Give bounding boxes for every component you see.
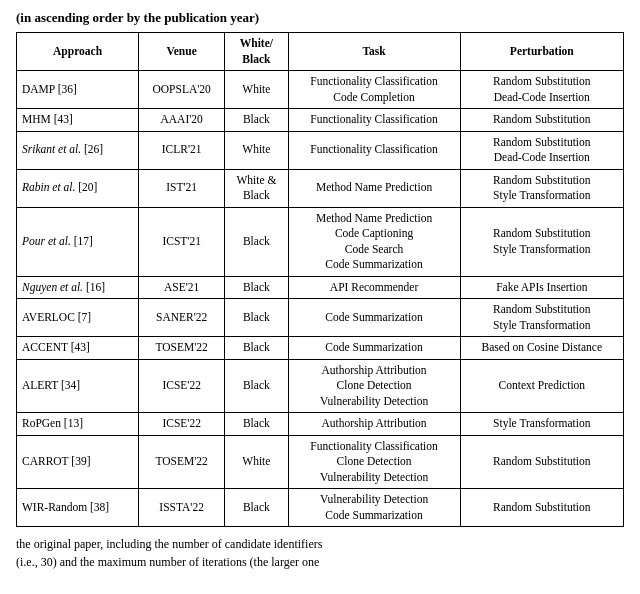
table-cell: Black bbox=[225, 489, 288, 527]
table-cell: White &Black bbox=[225, 169, 288, 207]
table-cell: ICST'21 bbox=[139, 207, 225, 276]
table-row: WIR-Random [38]ISSTA'22BlackVulnerabilit… bbox=[17, 489, 624, 527]
table-cell-approach: Srikant et al. [26] bbox=[17, 131, 139, 169]
col-task: Task bbox=[288, 33, 460, 71]
col-wb: White/Black bbox=[225, 33, 288, 71]
table-cell-approach: Rabin et al. [20] bbox=[17, 169, 139, 207]
table-cell: SANER'22 bbox=[139, 299, 225, 337]
footer-line2: (i.e., 30) and the maximum number of ite… bbox=[16, 553, 624, 571]
table-cell: OOPSLA'20 bbox=[139, 71, 225, 109]
header-text: (in ascending order by the publication y… bbox=[16, 10, 259, 25]
header: (in ascending order by the publication y… bbox=[0, 0, 640, 32]
table-cell: Random SubstitutionDead-Code Insertion bbox=[460, 131, 623, 169]
table-cell: TOSEM'22 bbox=[139, 435, 225, 489]
table-cell: Random Substitution bbox=[460, 489, 623, 527]
table-cell: Black bbox=[225, 413, 288, 436]
table-cell: TOSEM'22 bbox=[139, 337, 225, 360]
table-cell: Random Substitution bbox=[460, 109, 623, 132]
table-cell-approach: DAMP [36] bbox=[17, 71, 139, 109]
table-cell: Vulnerability DetectionCode Summarizatio… bbox=[288, 489, 460, 527]
table-row: ACCENT [43]TOSEM'22BlackCode Summarizati… bbox=[17, 337, 624, 360]
table-cell: Context Prediction bbox=[460, 359, 623, 413]
table-cell: Functionality ClassificationClone Detect… bbox=[288, 435, 460, 489]
table-cell-approach: AVERLOC [7] bbox=[17, 299, 139, 337]
table-cell: Random SubstitutionStyle Transformation bbox=[460, 299, 623, 337]
table-cell-approach: WIR-Random [38] bbox=[17, 489, 139, 527]
table-cell: Random SubstitutionDead-Code Insertion bbox=[460, 71, 623, 109]
table-cell: Black bbox=[225, 109, 288, 132]
table-cell: White bbox=[225, 435, 288, 489]
table-row: Srikant et al. [26]ICLR'21WhiteFunctiona… bbox=[17, 131, 624, 169]
table-cell: Random SubstitutionStyle Transformation bbox=[460, 169, 623, 207]
table-cell: ICSE'22 bbox=[139, 359, 225, 413]
table-cell-approach: CARROT [39] bbox=[17, 435, 139, 489]
table-row: MHM [43]AAAI'20BlackFunctionality Classi… bbox=[17, 109, 624, 132]
table-cell: Authorship Attribution bbox=[288, 413, 460, 436]
table-cell: Black bbox=[225, 359, 288, 413]
table-cell: White bbox=[225, 131, 288, 169]
table-cell: Style Transformation bbox=[460, 413, 623, 436]
table-cell-approach: MHM [43] bbox=[17, 109, 139, 132]
table-cell: Random SubstitutionStyle Transformation bbox=[460, 207, 623, 276]
table-cell: White bbox=[225, 71, 288, 109]
table-cell-approach: Nguyen et al. [16] bbox=[17, 276, 139, 299]
table-cell: Black bbox=[225, 276, 288, 299]
col-perturbation: Perturbation bbox=[460, 33, 623, 71]
table-cell: Functionality ClassificationCode Complet… bbox=[288, 71, 460, 109]
table-cell: AAAI'20 bbox=[139, 109, 225, 132]
table-cell: Code Summarization bbox=[288, 299, 460, 337]
col-venue: Venue bbox=[139, 33, 225, 71]
table-row: ALERT [34]ICSE'22BlackAuthorship Attribu… bbox=[17, 359, 624, 413]
table-cell: ISSTA'22 bbox=[139, 489, 225, 527]
table-cell: ICSE'22 bbox=[139, 413, 225, 436]
table-cell-approach: RoPGen [13] bbox=[17, 413, 139, 436]
table-cell: Method Name Prediction bbox=[288, 169, 460, 207]
table-cell: ICLR'21 bbox=[139, 131, 225, 169]
table-row: Rabin et al. [20]IST'21White &BlackMetho… bbox=[17, 169, 624, 207]
table-cell: Functionality Classification bbox=[288, 109, 460, 132]
table-cell: Code Summarization bbox=[288, 337, 460, 360]
table-row: RoPGen [13]ICSE'22BlackAuthorship Attrib… bbox=[17, 413, 624, 436]
table-cell: Method Name PredictionCode CaptioningCod… bbox=[288, 207, 460, 276]
col-approach: Approach bbox=[17, 33, 139, 71]
table-cell: Black bbox=[225, 337, 288, 360]
table-cell-approach: ALERT [34] bbox=[17, 359, 139, 413]
table-row: DAMP [36]OOPSLA'20WhiteFunctionality Cla… bbox=[17, 71, 624, 109]
table-row: AVERLOC [7]SANER'22BlackCode Summarizati… bbox=[17, 299, 624, 337]
table-cell: Authorship AttributionClone DetectionVul… bbox=[288, 359, 460, 413]
table-cell: API Recommender bbox=[288, 276, 460, 299]
table-cell-approach: Pour et al. [17] bbox=[17, 207, 139, 276]
table-cell-approach: ACCENT [43] bbox=[17, 337, 139, 360]
table-cell: Black bbox=[225, 299, 288, 337]
table-cell: IST'21 bbox=[139, 169, 225, 207]
table-cell: Random Substitution bbox=[460, 435, 623, 489]
table-row: Nguyen et al. [16]ASE'21BlackAPI Recomme… bbox=[17, 276, 624, 299]
main-table: Approach Venue White/Black Task Perturba… bbox=[16, 32, 624, 527]
table-cell: Functionality Classification bbox=[288, 131, 460, 169]
table-cell: Fake APIs Insertion bbox=[460, 276, 623, 299]
table-header-row: Approach Venue White/Black Task Perturba… bbox=[17, 33, 624, 71]
footer-line1: the original paper, including the number… bbox=[16, 535, 624, 553]
table-cell: Based on Cosine Distance bbox=[460, 337, 623, 360]
table-cell: Black bbox=[225, 207, 288, 276]
table-cell: ASE'21 bbox=[139, 276, 225, 299]
footer: the original paper, including the number… bbox=[0, 527, 640, 575]
table-row: CARROT [39]TOSEM'22WhiteFunctionality Cl… bbox=[17, 435, 624, 489]
table-row: Pour et al. [17]ICST'21BlackMethod Name … bbox=[17, 207, 624, 276]
